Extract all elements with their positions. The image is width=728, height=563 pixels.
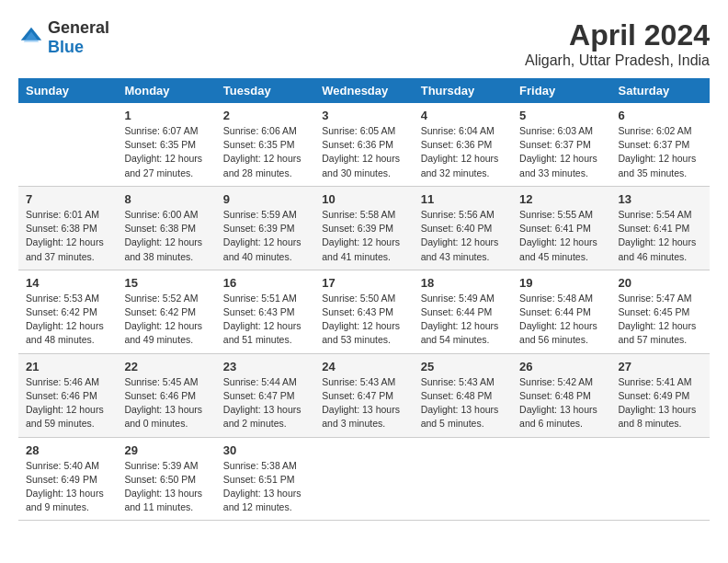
day-info: Sunrise: 5:54 AMSunset: 6:41 PMDaylight:… (619, 208, 702, 264)
weekday-row: SundayMondayTuesdayWednesdayThursdayFrid… (18, 78, 710, 103)
day-info: Sunrise: 5:53 AMSunset: 6:42 PMDaylight:… (26, 292, 109, 348)
calendar-cell: 11Sunrise: 5:56 AMSunset: 6:40 PMDayligh… (414, 186, 512, 270)
day-number: 16 (223, 276, 307, 290)
calendar-cell: 6Sunrise: 6:02 AMSunset: 6:37 PMDaylight… (611, 103, 710, 186)
day-info: Sunrise: 5:51 AMSunset: 6:43 PMDaylight:… (223, 292, 307, 348)
day-number: 11 (421, 192, 505, 206)
calendar-cell: 16Sunrise: 5:51 AMSunset: 6:43 PMDayligh… (216, 270, 314, 353)
day-number: 24 (322, 360, 405, 373)
weekday-header-sunday: Sunday (18, 78, 117, 103)
calendar-cell: 19Sunrise: 5:48 AMSunset: 6:44 PMDayligh… (512, 270, 610, 353)
calendar-title: April 2024 (525, 18, 710, 52)
calendar-cell: 27Sunrise: 5:41 AMSunset: 6:49 PMDayligh… (611, 353, 710, 437)
calendar-cell: 14Sunrise: 5:53 AMSunset: 6:42 PMDayligh… (18, 270, 117, 353)
day-number: 3 (322, 109, 405, 122)
calendar-cell: 3Sunrise: 6:05 AMSunset: 6:36 PMDaylight… (314, 103, 413, 186)
calendar-header: SundayMondayTuesdayWednesdayThursdayFrid… (18, 78, 710, 103)
day-number: 25 (421, 360, 505, 373)
day-number: 18 (421, 276, 505, 290)
logo-icon (18, 25, 44, 51)
day-info: Sunrise: 5:55 AMSunset: 6:41 PMDaylight:… (519, 208, 603, 264)
calendar-body: 1Sunrise: 6:07 AMSunset: 6:35 PMDaylight… (18, 103, 710, 521)
calendar-cell: 5Sunrise: 6:03 AMSunset: 6:37 PMDaylight… (512, 103, 610, 186)
day-number: 10 (322, 192, 405, 206)
calendar-week-row: 28Sunrise: 5:40 AMSunset: 6:49 PMDayligh… (18, 437, 710, 521)
day-info: Sunrise: 5:42 AMSunset: 6:48 PMDaylight:… (519, 375, 603, 431)
day-info: Sunrise: 6:05 AMSunset: 6:36 PMDaylight:… (322, 124, 405, 180)
weekday-header-thursday: Thursday (414, 78, 512, 103)
day-number: 29 (124, 443, 208, 457)
calendar-cell (18, 103, 117, 186)
day-info: Sunrise: 6:03 AMSunset: 6:37 PMDaylight:… (519, 124, 603, 180)
weekday-header-saturday: Saturday (611, 78, 710, 103)
logo-blue: Blue (48, 38, 84, 56)
day-info: Sunrise: 5:39 AMSunset: 6:50 PMDaylight:… (124, 459, 208, 515)
weekday-header-friday: Friday (512, 78, 610, 103)
calendar-cell: 17Sunrise: 5:50 AMSunset: 6:43 PMDayligh… (314, 270, 413, 353)
calendar-cell: 8Sunrise: 6:00 AMSunset: 6:38 PMDaylight… (117, 186, 215, 270)
day-number: 8 (124, 192, 208, 206)
day-info: Sunrise: 5:43 AMSunset: 6:47 PMDaylight:… (322, 375, 405, 431)
calendar-cell (512, 437, 610, 521)
day-info: Sunrise: 6:01 AMSunset: 6:38 PMDaylight:… (26, 208, 109, 264)
day-number: 14 (26, 276, 109, 290)
day-number: 9 (223, 192, 307, 206)
day-info: Sunrise: 5:56 AMSunset: 6:40 PMDaylight:… (421, 208, 505, 264)
day-info: Sunrise: 5:40 AMSunset: 6:49 PMDaylight:… (26, 459, 109, 515)
calendar-cell (414, 437, 512, 521)
calendar-cell: 25Sunrise: 5:43 AMSunset: 6:48 PMDayligh… (414, 353, 512, 437)
calendar-cell: 26Sunrise: 5:42 AMSunset: 6:48 PMDayligh… (512, 353, 610, 437)
day-info: Sunrise: 6:07 AMSunset: 6:35 PMDaylight:… (124, 124, 208, 180)
day-info: Sunrise: 5:58 AMSunset: 6:39 PMDaylight:… (322, 208, 405, 264)
day-info: Sunrise: 5:49 AMSunset: 6:44 PMDaylight:… (421, 292, 505, 348)
day-number: 30 (223, 443, 307, 457)
logo: General Blue (18, 18, 109, 57)
calendar-cell: 29Sunrise: 5:39 AMSunset: 6:50 PMDayligh… (117, 437, 215, 521)
calendar-cell: 7Sunrise: 6:01 AMSunset: 6:38 PMDaylight… (18, 186, 117, 270)
day-info: Sunrise: 5:46 AMSunset: 6:46 PMDaylight:… (26, 375, 109, 431)
calendar-cell: 15Sunrise: 5:52 AMSunset: 6:42 PMDayligh… (117, 270, 215, 353)
day-info: Sunrise: 5:48 AMSunset: 6:44 PMDaylight:… (519, 292, 603, 348)
calendar-cell: 23Sunrise: 5:44 AMSunset: 6:47 PMDayligh… (216, 353, 314, 437)
calendar-cell: 2Sunrise: 6:06 AMSunset: 6:35 PMDaylight… (216, 103, 314, 186)
calendar-week-row: 7Sunrise: 6:01 AMSunset: 6:38 PMDaylight… (18, 186, 710, 270)
day-info: Sunrise: 6:04 AMSunset: 6:36 PMDaylight:… (421, 124, 505, 180)
day-info: Sunrise: 5:59 AMSunset: 6:39 PMDaylight:… (223, 208, 307, 264)
weekday-header-tuesday: Tuesday (216, 78, 314, 103)
day-info: Sunrise: 5:45 AMSunset: 6:46 PMDaylight:… (124, 375, 208, 431)
day-info: Sunrise: 5:52 AMSunset: 6:42 PMDaylight:… (124, 292, 208, 348)
day-number: 4 (421, 109, 505, 122)
day-info: Sunrise: 5:38 AMSunset: 6:51 PMDaylight:… (223, 459, 307, 515)
calendar-cell: 20Sunrise: 5:47 AMSunset: 6:45 PMDayligh… (611, 270, 710, 353)
logo-general: General (48, 18, 109, 37)
weekday-header-monday: Monday (117, 78, 215, 103)
day-number: 6 (619, 109, 702, 122)
title-block: April 2024 Aligarh, Uttar Pradesh, India (525, 18, 710, 69)
calendar-cell: 24Sunrise: 5:43 AMSunset: 6:47 PMDayligh… (314, 353, 413, 437)
calendar-cell: 13Sunrise: 5:54 AMSunset: 6:41 PMDayligh… (611, 186, 710, 270)
calendar-cell: 1Sunrise: 6:07 AMSunset: 6:35 PMDaylight… (117, 103, 215, 186)
day-info: Sunrise: 5:47 AMSunset: 6:45 PMDaylight:… (619, 292, 702, 348)
day-number: 7 (26, 192, 109, 206)
day-number: 27 (619, 360, 702, 373)
day-number: 19 (519, 276, 603, 290)
day-number: 12 (519, 192, 603, 206)
calendar-cell: 10Sunrise: 5:58 AMSunset: 6:39 PMDayligh… (314, 186, 413, 270)
page-header: General Blue April 2024 Aligarh, Uttar P… (18, 18, 710, 69)
weekday-header-wednesday: Wednesday (314, 78, 413, 103)
day-info: Sunrise: 5:43 AMSunset: 6:48 PMDaylight:… (421, 375, 505, 431)
day-number: 26 (519, 360, 603, 373)
day-info: Sunrise: 5:50 AMSunset: 6:43 PMDaylight:… (322, 292, 405, 348)
calendar-cell: 9Sunrise: 5:59 AMSunset: 6:39 PMDaylight… (216, 186, 314, 270)
day-number: 23 (223, 360, 307, 373)
calendar-subtitle: Aligarh, Uttar Pradesh, India (525, 52, 710, 69)
day-number: 13 (619, 192, 702, 206)
calendar-cell: 12Sunrise: 5:55 AMSunset: 6:41 PMDayligh… (512, 186, 610, 270)
day-number: 28 (26, 443, 109, 457)
day-number: 15 (124, 276, 208, 290)
day-number: 5 (519, 109, 603, 122)
calendar-cell: 22Sunrise: 5:45 AMSunset: 6:46 PMDayligh… (117, 353, 215, 437)
calendar-cell: 30Sunrise: 5:38 AMSunset: 6:51 PMDayligh… (216, 437, 314, 521)
calendar-cell (611, 437, 710, 521)
day-number: 22 (124, 360, 208, 373)
